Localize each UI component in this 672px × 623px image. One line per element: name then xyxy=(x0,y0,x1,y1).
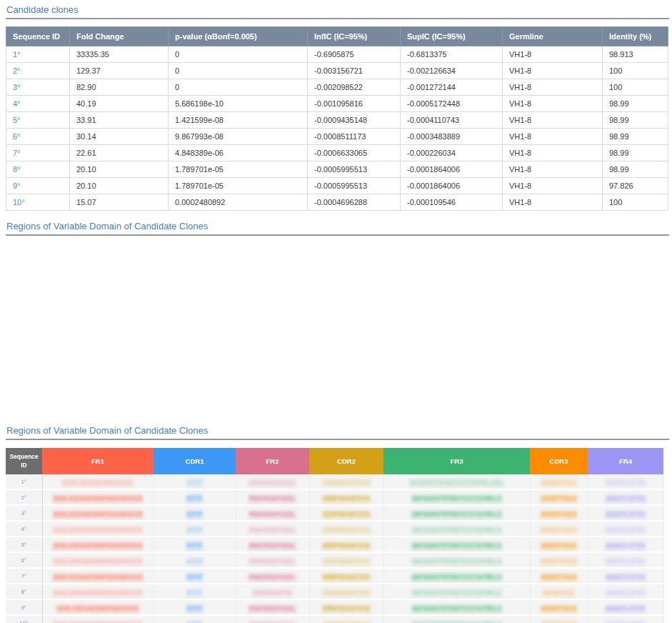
sequence-row: 1°QVQLVQSGAEVKKPGASVGYTFMHWVRQAPGQGLWINP… xyxy=(6,474,663,489)
region-cell-fr2: MHWVRQAPGQGL xyxy=(236,489,309,505)
cell-germline: VH1-8 xyxy=(503,79,603,96)
sequence-id-link[interactable]: 4° xyxy=(6,96,70,112)
region-cell-cdr2: WMNPNSGNTGYA xyxy=(309,599,383,615)
cell-identity: 98.99 xyxy=(603,112,668,129)
region-cell-fr4: WGQGTLVTVS xyxy=(588,474,663,489)
blurred-sequence: QVQLVQSGAEVKKPGASVKVSCK xyxy=(52,542,144,551)
cell-fold_change: 129.37 xyxy=(70,63,169,79)
region-column-header: FR4 xyxy=(588,448,663,474)
sequence-id-link[interactable]: 6° xyxy=(6,552,42,568)
blurred-sequence: QKFQGRVTMTRDTSISTAYMELS xyxy=(411,557,503,567)
sequence-id-link[interactable]: 5° xyxy=(6,537,42,552)
cell-identity: 97.826 xyxy=(603,178,668,194)
region-cell-fr1: QVQLVQSGAEVKKPGASVKVSCK xyxy=(42,615,154,623)
region-cell-fr2: MHWVRQAPGQ xyxy=(236,584,309,599)
region-cell-cdr2: WMNPNSGNTGYA xyxy=(309,537,383,552)
blurred-sequence: QVQLVQSGAEVKKPGASV xyxy=(61,479,134,488)
sequence-row: 10°QVQLVQSGAEVKKPGASVKVSCKGYTFMHWVRQAPGQ… xyxy=(6,615,663,623)
sequence-id-link[interactable]: 10° xyxy=(6,615,42,623)
cell-infic: -0.6905875 xyxy=(308,46,401,63)
sequence-id-link[interactable]: 8° xyxy=(6,584,42,599)
region-column-header: CDR3 xyxy=(530,448,588,474)
cell-fold_change: 20.10 xyxy=(70,178,169,194)
blurred-sequence: MHWVRQAPGQGL xyxy=(248,604,297,614)
sequence-id-link[interactable]: 6° xyxy=(6,129,70,145)
region-cell-cdr2: WINPNSGNTGYA xyxy=(309,521,383,537)
region-cell-fr4: WGQGTLVTVS xyxy=(588,615,663,623)
clones-table-header-row: Sequence IDFold Changep-value (αBonf=0.0… xyxy=(6,27,668,46)
heading-candidate-clones: Candidate clones xyxy=(6,3,669,19)
region-cell-fr2: MHWVRQAPGQGL xyxy=(236,537,309,552)
blurred-sequence: WGQGTLVTVS xyxy=(605,620,646,623)
region-cell-cdr3: ARGDYYGSG xyxy=(530,505,588,521)
blurred-sequence: QKFQGRVTMTRDTSISTAYMELS xyxy=(411,542,503,551)
blurred-sequence: WGQGTLVTVS xyxy=(605,510,646,519)
blurred-sequence: GYTF xyxy=(186,573,204,582)
region-cell-cdr3: ARGDYYGSG xyxy=(530,537,588,552)
blurred-sequence: QKFQGRVTMTRDTSISTAYMELS xyxy=(411,526,503,535)
blurred-sequence: WINPNSGNTGYA xyxy=(321,589,371,598)
region-cell-cdr2: WINPNSGGTNYA xyxy=(309,474,383,489)
region-cell-fr3: QKFQGRVTMTRDTSISTAYMELS xyxy=(383,568,530,584)
sequence-id-link[interactable]: 9° xyxy=(6,599,42,615)
region-cell-cdr1: GYTF xyxy=(154,552,236,568)
region-cell-cdr1: GYTF xyxy=(154,537,236,552)
sequence-id-link[interactable]: 10° xyxy=(6,194,70,211)
sequence-id-link[interactable]: 3° xyxy=(6,79,70,96)
table-row: 8°20.101.789701e-05-0.0005995513-0.00018… xyxy=(6,161,668,178)
blurred-sequence: GYTF xyxy=(186,479,204,488)
sequence-id-link[interactable]: 1° xyxy=(6,474,42,489)
blurred-sequence: QVQLVQSGAEVKKPGSSVKVSCK xyxy=(52,510,144,519)
cell-fold_change: 20.10 xyxy=(70,161,169,178)
cell-p_value: 0.0002480892 xyxy=(169,194,308,211)
region-cell-cdr3: ARGDYYGSG xyxy=(530,568,588,584)
sequence-id-link[interactable]: 4° xyxy=(6,521,42,537)
region-cell-fr1: QVQLVQSGAEVKKPGASVKVS xyxy=(42,599,154,615)
cell-infic: -0.0009435148 xyxy=(308,112,401,129)
region-cell-fr2: MHWVRQAPGQGL xyxy=(236,552,309,568)
blurred-sequence: QKFQGRVTMTRDTSISTAYMELS xyxy=(411,620,503,623)
cell-supic: -0.0003483889 xyxy=(401,129,503,145)
table-row: 10°15.070.0002480892-0.0004696288-0.0001… xyxy=(6,194,668,211)
blurred-sequence: MHWVRQAPGQGL xyxy=(248,494,297,504)
region-cell-cdr3: ARGDYYGSG xyxy=(530,521,588,537)
sequence-id-link[interactable]: 2° xyxy=(6,63,70,79)
sequence-id-link[interactable]: 8° xyxy=(6,161,70,178)
table-row: 9°20.101.789701e-05-0.0005995513-0.00018… xyxy=(6,178,668,194)
region-cell-cdr1: GYTF xyxy=(154,615,236,623)
sequence-id-link[interactable]: 1° xyxy=(6,46,70,63)
region-column-header: CDR2 xyxy=(309,448,383,474)
sequence-id-link[interactable]: 3° xyxy=(6,505,42,521)
blurred-sequence: ARGDYYGSG xyxy=(540,573,578,582)
table-row: 6°30.149.867993e-08-0.0008511173-0.00034… xyxy=(6,129,668,145)
blurred-sequence: WMNPNSGNTGYA xyxy=(321,604,371,614)
blurred-sequence: KFQGRVTMTRDTSISTAYMELSRL xyxy=(408,479,504,488)
cell-germline: VH1-8 xyxy=(503,194,603,211)
sequence-row: 4°QVQLVQSGAEVKKPGASVKVSCKGYTFMHWVRQAPGQG… xyxy=(6,521,663,537)
sequence-id-link[interactable]: 2° xyxy=(6,489,42,505)
cell-fold_change: 33.91 xyxy=(70,112,169,129)
cell-fold_change: 15.07 xyxy=(70,194,169,211)
cell-identity: 100 xyxy=(603,79,668,96)
blurred-sequence: WGQGTLVTVS xyxy=(605,494,646,504)
cell-germline: VH1-8 xyxy=(503,178,603,194)
cell-fold_change: 30.14 xyxy=(70,129,169,145)
sequence-id-link[interactable]: 9° xyxy=(6,178,70,194)
blurred-sequence: WINPNSGNTGYA xyxy=(321,620,371,623)
blurred-sequence: ARGDYYGSG xyxy=(540,526,578,535)
sequence-id-link[interactable]: 7° xyxy=(6,568,42,584)
cell-identity: 98.99 xyxy=(603,129,668,145)
sequence-id-link[interactable]: 7° xyxy=(6,145,70,161)
blurred-sequence: MHWVRQAPGQGL xyxy=(248,479,297,488)
blurred-sequence: WGQGTLVTVS xyxy=(605,604,646,614)
region-cell-fr4: WGQGTLVTVS xyxy=(588,521,663,537)
sequence-id-link[interactable]: 5° xyxy=(6,112,70,129)
blurred-sequence: WINPNSGGTNYA xyxy=(321,479,371,488)
region-cell-cdr2: WINPNSGNTGYA xyxy=(309,505,383,521)
blurred-sequence: QKFQGRVTMTRDTSISTAYMELS xyxy=(411,604,503,614)
cell-p_value: 0 xyxy=(169,46,308,63)
cell-germline: VH1-8 xyxy=(503,161,603,178)
blurred-sequence: WINPNSGNTGYA xyxy=(321,526,371,535)
blurred-sequence: QVQLVQSGAEVKKPGASVKVS xyxy=(56,604,140,614)
cell-infic: -0.001095816 xyxy=(308,96,401,112)
